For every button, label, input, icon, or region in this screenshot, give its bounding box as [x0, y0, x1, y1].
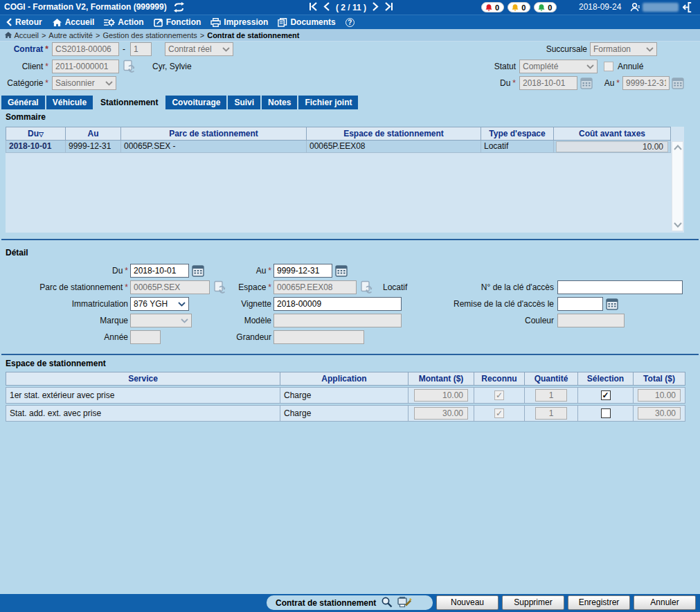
immat-label: Immatriculation	[0, 297, 128, 311]
action-button[interactable]: Action	[99, 15, 148, 30]
breadcrumb-autre-activite[interactable]: Autre activité	[48, 31, 93, 39]
table-row: Stat. add. ext. avec prise Charge	[6, 405, 685, 422]
zoom-search-icon[interactable]	[381, 596, 393, 610]
sommaire-col-type[interactable]: Type d'espace	[481, 127, 554, 141]
logout-icon[interactable]	[683, 2, 693, 15]
table-row: 1er stat. extérieur avec prise Charge	[6, 387, 685, 404]
espace-col-application: Application	[280, 372, 409, 386]
sommaire-col-parc[interactable]: Parc de stationnement	[121, 127, 307, 141]
retour-button[interactable]: Retour	[1, 15, 47, 30]
total-input	[638, 407, 681, 420]
breadcrumb-current: Contrat de stationnement	[207, 31, 299, 39]
tab-stationnement[interactable]: Stationnement	[94, 96, 164, 109]
report-edit-icon[interactable]	[397, 596, 412, 610]
sommaire-col-cout[interactable]: Coût avant taxes	[554, 127, 671, 141]
refresh-icon[interactable]	[173, 2, 185, 15]
espace-col-selection: Sélection	[578, 372, 634, 386]
montant-input	[414, 389, 468, 402]
documents-icon	[278, 18, 287, 27]
accueil-button[interactable]: Accueil	[47, 15, 100, 30]
nouveau-button[interactable]: Nouveau	[436, 595, 499, 610]
grandeur-input	[273, 330, 364, 344]
sommaire-col-au[interactable]: Au	[66, 127, 121, 141]
cle-label: N° de la clé d'accès	[415, 280, 554, 294]
couleur-input	[557, 314, 625, 327]
tab-general[interactable]: Général	[1, 96, 45, 109]
supprimer-button[interactable]: Supprimer	[502, 595, 564, 610]
sommaire-cout-cell: 10.00	[556, 141, 668, 152]
help-button[interactable]: ?	[341, 15, 359, 30]
remise-label: Remise de la clé d'accès le	[415, 297, 554, 311]
header-du-input	[519, 76, 577, 90]
sommaire-col-espace[interactable]: Espace de stationnement	[307, 127, 481, 141]
documents-button[interactable]: Documents	[273, 15, 340, 30]
bell-red-icon	[485, 3, 493, 12]
detail-title: Détail	[6, 248, 28, 258]
modele-label: Modèle	[166, 314, 271, 327]
header-au-input	[622, 76, 670, 90]
impression-button[interactable]: Impression	[206, 15, 273, 30]
espace-table: Service Application Montant ($) Reconnu …	[6, 372, 685, 423]
record-next-button[interactable]	[372, 2, 379, 13]
breadcrumb: Accueil>Autre activité>Gestion des stati…	[0, 29, 700, 42]
grandeur-label: Grandeur	[166, 330, 271, 344]
alert-badge-green[interactable]: 0	[534, 2, 557, 12]
sommaire-header-row: Du▽ Au Parc de stationnement Espace de s…	[6, 127, 684, 141]
external-link-icon	[154, 18, 163, 27]
sommaire-title: Sommaire	[6, 112, 46, 122]
remise-calendar-icon[interactable]	[606, 298, 619, 311]
record-last-button[interactable]	[384, 2, 393, 13]
tab-covoiturage[interactable]: Covoiturage	[165, 96, 226, 109]
enregistrer-button[interactable]: Enregistrer	[568, 595, 630, 610]
chevron-down-icon	[646, 47, 654, 52]
vignette-input[interactable]	[273, 297, 402, 311]
espace-type-text: Locatif	[383, 280, 407, 294]
contrat-input	[52, 42, 119, 56]
current-date: 2018-09-24	[579, 0, 621, 15]
record-prev-button[interactable]	[323, 2, 330, 13]
parc-label: Parc de stationnement*	[0, 280, 128, 294]
breadcrumb-home-icon	[4, 31, 12, 39]
tab-vehicule[interactable]: Véhicule	[46, 96, 93, 109]
annee-label: Année	[0, 330, 128, 344]
alert-badge-red[interactable]: 0	[481, 2, 504, 12]
espace-col-quantite: Quantité	[525, 372, 578, 386]
table-row[interactable]: 2018-10-01 9999-12-31 00065P.SEX - 00065…	[6, 141, 684, 153]
quantite-input	[535, 407, 567, 420]
user-name-redacted	[643, 3, 679, 12]
espace-label: Espace*	[166, 280, 271, 294]
annuler-button[interactable]: Annuler	[634, 595, 696, 610]
espace-col-total: Total ($)	[634, 372, 685, 386]
fonction-button[interactable]: Fonction	[149, 15, 206, 30]
chevron-down-icon	[222, 47, 230, 52]
detail-au-input[interactable]	[273, 264, 332, 278]
gear-icon	[104, 18, 115, 27]
sommaire-scrollbar[interactable]	[672, 141, 683, 231]
marque-label: Marque	[0, 314, 128, 327]
espace-col-montant: Montant ($)	[409, 372, 474, 386]
sommaire-col-du[interactable]: Du▽	[6, 127, 66, 141]
espace-col-service: Service	[6, 372, 280, 386]
cle-input[interactable]	[557, 280, 683, 294]
montant-input	[414, 407, 468, 420]
help-icon: ?	[345, 18, 355, 27]
statut-label: Statut	[442, 60, 516, 73]
remise-input[interactable]	[557, 297, 603, 311]
record-first-button[interactable]	[309, 2, 318, 13]
tab-fichier-joint[interactable]: Fichier joint	[298, 96, 358, 109]
quantite-input	[535, 389, 567, 402]
breadcrumb-accueil[interactable]: Accueil	[14, 31, 38, 39]
reconnu-checkbox	[494, 390, 504, 400]
tab-notes[interactable]: Notes	[262, 96, 297, 109]
footer-context-box: Contrat de stationnement	[267, 595, 433, 610]
selection-checkbox[interactable]	[601, 390, 611, 400]
selection-checkbox[interactable]	[601, 408, 611, 418]
modele-input	[273, 314, 402, 327]
espace-section-title: Espace de stationnement	[6, 359, 106, 368]
user-icon[interactable]	[630, 2, 640, 15]
menu-bar: Retour Accueil Action Fonction Impressio…	[0, 15, 700, 29]
tab-suivi[interactable]: Suivi	[228, 96, 260, 109]
breadcrumb-gestion[interactable]: Gestion des stationnements	[102, 31, 197, 39]
detail-au-calendar-icon[interactable]	[335, 264, 348, 278]
alert-badge-yellow[interactable]: 0	[508, 2, 530, 12]
